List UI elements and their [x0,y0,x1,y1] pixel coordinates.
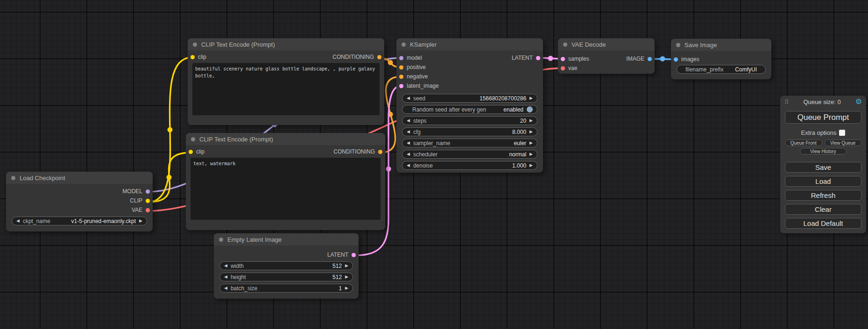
node-save-image[interactable]: Save Image images filename_prefix ComfyU… [671,39,771,79]
node-header[interactable]: VAE Decode [558,38,655,50]
output-label: LATENT [327,252,348,258]
collapse-dot-icon[interactable] [11,176,15,180]
input-slot-positive[interactable] [399,65,403,70]
queue-front-button[interactable]: Queue Front [785,140,822,146]
input-label: latent_image [407,83,439,89]
drag-handle-icon[interactable]: ⠿ [784,98,789,105]
clear-button[interactable]: Clear [785,204,861,215]
scheduler-widget[interactable]: ◀ scheduler normal ▶ [402,150,537,159]
collapse-dot-icon[interactable] [219,238,223,242]
prompt-textarea[interactable]: text, watermark [191,158,381,220]
slot-row: model LATENT [396,53,543,63]
node-empty-latent-image[interactable]: Empty Latent Image LATENT ◀ width 512 ▶ … [214,233,359,299]
width-widget[interactable]: ◀ width 512 ▶ [219,261,353,270]
collapse-dot-icon[interactable] [402,42,406,47]
input-slot-clip[interactable] [189,150,193,154]
output-slot-conditioning[interactable] [377,55,381,59]
increment-arrow-icon[interactable]: ▶ [529,141,533,145]
save-button[interactable]: Save [785,162,861,173]
collapse-dot-icon[interactable] [676,43,680,47]
node-title: CLIP Text Encode (Prompt) [199,136,273,143]
output-slot-latent[interactable] [352,253,356,257]
cfg-widget[interactable]: ◀ cfg 8.000 ▶ [402,127,537,136]
refresh-button[interactable]: Refresh [785,190,861,201]
increment-arrow-icon[interactable]: ▶ [345,275,348,279]
decrement-arrow-icon[interactable]: ◀ [407,152,410,156]
widget-label: seed [413,95,425,102]
decrement-arrow-icon[interactable]: ◀ [407,119,410,123]
node-header[interactable]: CLIP Text Encode (Prompt) [188,38,384,50]
collapse-dot-icon[interactable] [191,137,195,141]
output-slot-vae[interactable] [146,208,150,212]
view-queue-button[interactable]: View Queue [825,140,862,146]
increment-arrow-icon[interactable]: ▶ [529,163,533,168]
input-label: samples [568,56,589,62]
input-slot-images[interactable] [674,57,678,62]
load-default-button[interactable]: Load Default [785,218,861,229]
prompt-textarea[interactable]: beautiful scenery nature glass bottle la… [192,63,380,115]
widget-value: 20 [520,118,526,124]
node-clip-text-encode-negative[interactable]: CLIP Text Encode (Prompt) clip CONDITION… [186,133,385,230]
decrement-arrow-icon[interactable]: ◀ [407,163,410,168]
node-header[interactable]: Save Image [671,39,771,51]
widget-value: ComfyUI [735,66,757,73]
decrement-arrow-icon[interactable]: ◀ [407,130,410,134]
denoise-widget[interactable]: ◀ denoise 1.000 ▶ [402,161,537,170]
node-ksampler[interactable]: KSampler model LATENT positive negative … [396,38,543,173]
node-header[interactable]: KSampler [396,38,543,50]
output-slot-model[interactable] [146,189,150,194]
queue-prompt-button[interactable]: Queue Prompt [785,111,861,124]
node-vae-decode[interactable]: VAE Decode samples IMAGE vae [558,38,655,74]
input-slot-vae[interactable] [561,66,565,70]
decrement-arrow-icon[interactable]: ◀ [224,264,227,268]
node-header[interactable]: Empty Latent Image [214,233,359,245]
toggle-circle-icon[interactable] [527,106,533,112]
output-slot-image[interactable] [648,57,652,61]
increment-arrow-icon[interactable]: ▶ [529,130,533,134]
widget-value: 156680208700286 [480,95,526,102]
view-history-button[interactable]: View History [800,148,847,154]
collapse-dot-icon[interactable] [193,42,197,47]
increment-arrow-icon[interactable]: ▶ [529,119,533,123]
node-header[interactable]: Load Checkpoint [6,172,153,184]
seed-widget[interactable]: ◀ seed 156680208700286 ▶ [402,94,537,103]
output-slot-conditioning[interactable] [378,150,382,154]
input-slot-latent-image[interactable] [399,84,403,88]
output-row: CLIP [6,196,153,205]
node-title: Save Image [685,42,717,49]
increment-arrow-icon[interactable]: ▶ [529,96,533,100]
input-slot-model[interactable] [399,56,403,60]
decrement-arrow-icon[interactable]: ◀ [407,141,410,145]
output-slot-clip[interactable] [146,199,150,203]
node-load-checkpoint[interactable]: Load Checkpoint MODEL CLIP VAE ◀ ckpt_na… [6,172,153,231]
batch-size-widget[interactable]: ◀ batch_size 1 ▶ [219,284,353,293]
extra-options-checkbox[interactable] [839,130,845,136]
input-slot-samples[interactable] [561,57,565,61]
decrement-arrow-icon[interactable]: ◀ [224,286,227,290]
collapse-dot-icon[interactable] [563,42,567,47]
slot-row: positive [396,63,543,72]
ckpt-name-widget[interactable]: ◀ ckpt_name v1-5-pruned-emaonly.ckpt ▶ [12,217,147,225]
random-seed-toggle-widget[interactable]: Random seed after every gen enabled [402,105,537,114]
increment-arrow-icon[interactable]: ▶ [139,219,142,223]
settings-gear-icon[interactable]: ⚙ [855,98,862,105]
height-widget[interactable]: ◀ height 512 ▶ [219,273,353,281]
decrement-arrow-icon[interactable]: ◀ [16,219,20,223]
increment-arrow-icon[interactable]: ▶ [529,152,533,156]
node-graph-canvas[interactable]: Load Checkpoint MODEL CLIP VAE ◀ ckpt_na… [0,0,868,329]
load-button[interactable]: Load [785,176,861,187]
increment-arrow-icon[interactable]: ▶ [345,286,348,290]
slot-row: vae [558,63,655,73]
decrement-arrow-icon[interactable]: ◀ [224,275,227,279]
node-clip-text-encode-positive[interactable]: CLIP Text Encode (Prompt) clip CONDITION… [188,38,384,125]
output-label: CONDITIONING [332,54,374,60]
input-slot-negative[interactable] [399,75,403,79]
input-slot-clip[interactable] [191,55,195,59]
filename-prefix-widget[interactable]: filename_prefix ComfyUI [677,65,766,74]
sampler-name-widget[interactable]: ◀ sampler_name euler ▶ [402,139,537,147]
decrement-arrow-icon[interactable]: ◀ [407,96,410,100]
steps-widget[interactable]: ◀ steps 20 ▶ [402,116,537,125]
node-header[interactable]: CLIP Text Encode (Prompt) [186,133,385,145]
output-slot-latent[interactable] [536,56,540,60]
increment-arrow-icon[interactable]: ▶ [345,264,348,268]
